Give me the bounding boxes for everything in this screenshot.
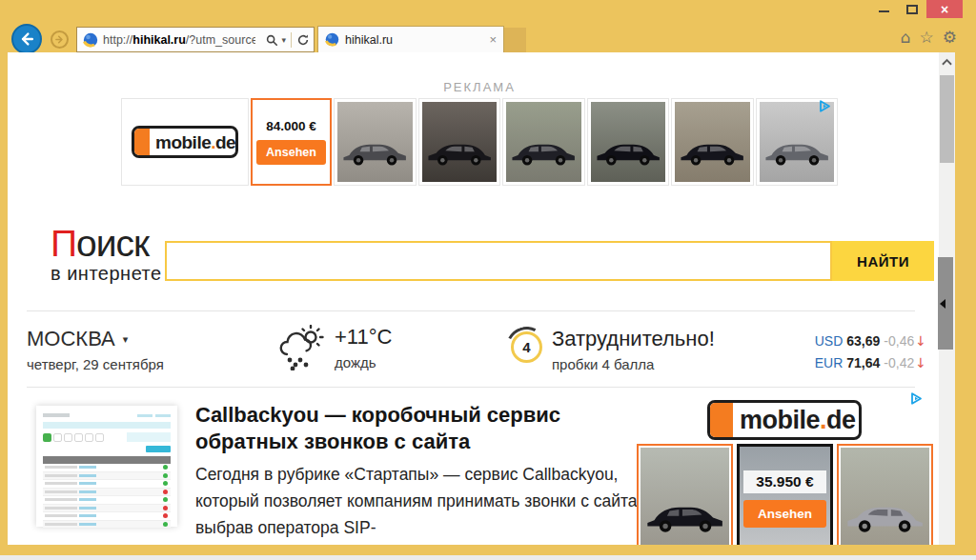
article-thumbnail[interactable] [36, 406, 177, 527]
temperature-label: +11°C [335, 325, 392, 350]
car-photo[interactable] [587, 98, 670, 186]
traffic-description: пробки 4 балла [552, 356, 715, 372]
search-icon[interactable] [265, 33, 278, 47]
currency-rates[interactable]: USD63,69-0,46↓ EUR71,64-0,42↓ [815, 330, 926, 374]
back-arrow-icon [18, 30, 35, 48]
window-controls: × [869, 0, 963, 18]
traffic-status: Затруднительно! [552, 327, 715, 351]
rain-cloud-icon [277, 325, 327, 370]
adchoices-icon[interactable] [909, 391, 924, 406]
page-content: РЕКЛАМА mobile.de 84.000 € Ansehen [8, 52, 955, 545]
globe-icon [83, 32, 98, 48]
back-button[interactable] [11, 24, 42, 54]
logo-orange-tab [710, 403, 733, 437]
adchoices-icon[interactable] [818, 99, 832, 113]
favorites-star-icon[interactable]: ☆ [920, 27, 934, 48]
minimize-icon [879, 10, 889, 12]
mobile-de-logo[interactable]: mobile.de [707, 400, 862, 440]
eur-rate-row: EUR71,64-0,42↓ [815, 352, 926, 374]
home-icon[interactable]: ⌂ [901, 27, 911, 48]
refresh-icon[interactable] [296, 33, 310, 47]
search-input[interactable] [165, 241, 832, 281]
url-text: http://hihikal.ru/?utm_source=nc [103, 33, 255, 47]
forward-button[interactable] [51, 30, 69, 49]
city-caret-icon[interactable]: ▾ [123, 333, 129, 346]
logo-orange-tab [134, 129, 150, 155]
car-photo[interactable] [671, 98, 754, 186]
city-selector[interactable]: МОСКВА [27, 327, 115, 351]
search-logo: Поиск в интернете [51, 225, 162, 285]
settings-gear-icon[interactable]: ⚙ [943, 27, 957, 48]
globe-icon [325, 32, 339, 47]
search-submit-button[interactable]: НАЙТИ [832, 241, 934, 281]
scrollbar-thumb[interactable] [940, 75, 954, 163]
down-arrow-icon: ↓ [915, 355, 926, 370]
tab-close-icon[interactable]: × [489, 32, 497, 47]
divider [27, 387, 915, 388]
side-ad-offer[interactable]: 35.950 € Ansehen [737, 444, 833, 545]
forward-arrow-icon [54, 34, 65, 45]
top-ad-offer[interactable]: 84.000 € Ansehen [251, 98, 332, 186]
car-photo[interactable] [837, 444, 933, 545]
article-body: Сегодня в рубрике «Стартапы» — сервис Ca… [195, 461, 662, 541]
traffic-widget[interactable]: 4 Затруднительно! пробки 4 балла [511, 327, 715, 372]
car-photo[interactable] [418, 98, 501, 186]
close-icon: × [941, 2, 948, 17]
side-ad-banner: mobile.de 35.950 € Ansehen [634, 390, 935, 545]
maximize-button[interactable] [898, 0, 926, 18]
browser-window: × http://hihikal.ru/?utm_source=nc ▾ hih… [0, 0, 976, 555]
date-label: четверг, 29 сентября [27, 356, 164, 372]
search-caret-icon[interactable]: ▾ [281, 35, 286, 45]
divider [291, 32, 292, 48]
tab-title: hihikal.ru [345, 33, 393, 47]
article-title[interactable]: Callbackyou — коробочный сервис обратных… [195, 402, 655, 454]
price-label: 84.000 € [266, 119, 316, 133]
scroll-up-icon[interactable] [942, 58, 952, 66]
desktop-edge [0, 555, 976, 560]
weather-widget[interactable]: +11°C дождь [277, 325, 392, 370]
traffic-level-icon: 4 [511, 331, 542, 363]
ansehen-button[interactable]: Ansehen [256, 140, 326, 165]
divider [27, 310, 915, 311]
ad-section-label: РЕКЛАМА [121, 80, 838, 94]
condition-label: дождь [335, 354, 392, 370]
address-bar[interactable]: http://hihikal.ru/?utm_source=nc ▾ [76, 27, 315, 52]
ansehen-button[interactable]: Ansehen [743, 500, 826, 528]
price-label: 35.950 € [743, 470, 826, 493]
minimize-button[interactable] [869, 0, 898, 18]
top-ad-banner: mobile.de 84.000 € Ansehen [121, 98, 838, 186]
usd-rate-row: USD63,69-0,46↓ [815, 330, 926, 352]
tab-hihikal[interactable]: hihikal.ru × [317, 26, 504, 52]
mobile-de-logo[interactable]: mobile.de [121, 98, 249, 186]
maximize-icon [906, 5, 918, 14]
car-photo[interactable] [334, 98, 417, 186]
new-tab-button[interactable] [504, 28, 526, 52]
close-window-button[interactable]: × [926, 0, 963, 18]
car-photo[interactable] [637, 444, 733, 545]
side-panel-pull-tab[interactable] [938, 257, 953, 350]
down-arrow-icon: ↓ [915, 333, 926, 349]
car-photo[interactable] [502, 98, 585, 186]
